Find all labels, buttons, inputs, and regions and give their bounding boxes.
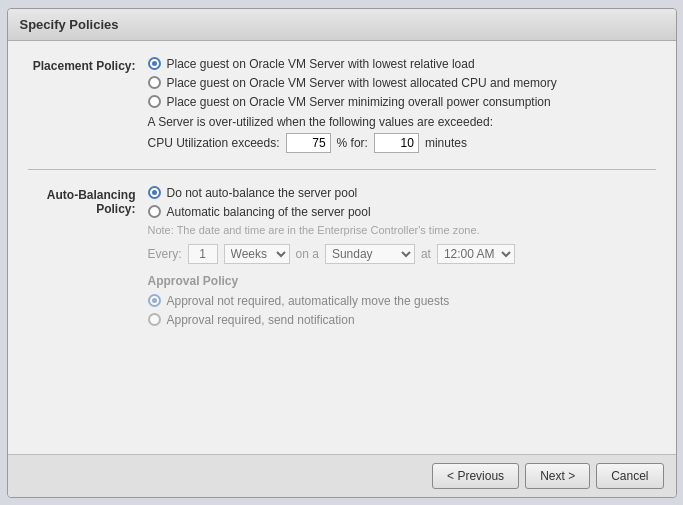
placement-option3-row: Place guest on Oracle VM Server minimizi… [148,95,656,109]
approval-option1-label: Approval not required, automatically mov… [167,294,450,308]
approval-radio2[interactable] [148,313,161,326]
day-select[interactable]: Sunday Monday Tuesday Wednesday Thursday… [325,244,415,264]
cancel-button[interactable]: Cancel [596,463,663,489]
placement-option2-label: Place guest on Oracle VM Server with low… [167,76,557,90]
specify-policies-dialog: Specify Policies Placement Policy: Place… [7,8,677,498]
auto-balance-section: Auto-Balancing Policy: Do not auto-balan… [28,186,656,332]
schedule-section: Note: The date and time are in the Enter… [148,224,656,327]
placement-radio3[interactable] [148,95,161,108]
previous-button[interactable]: < Previous [432,463,519,489]
placement-option3-label: Place guest on Oracle VM Server minimizi… [167,95,551,109]
auto-balance-option1-label: Do not auto-balance the server pool [167,186,358,200]
approval-section: Approval Policy Approval not required, a… [148,274,656,327]
overutilized-text: A Server is over-utilized when the follo… [148,115,656,129]
auto-balance-option2-row: Automatic balancing of the server pool [148,205,656,219]
next-button[interactable]: Next > [525,463,590,489]
schedule-row: Every: Weeks Days Months on a Sunday Mon… [148,244,656,264]
approval-radio1[interactable] [148,294,161,307]
placement-option1-label: Place guest on Oracle VM Server with low… [167,57,475,71]
placement-option2-row: Place guest on Oracle VM Server with low… [148,76,656,90]
auto-balance-label: Auto-Balancing Policy: [28,186,148,332]
dialog-body: Placement Policy: Place guest on Oracle … [8,41,676,454]
cpu-label: CPU Utilization exceeds: [148,136,280,150]
every-label: Every: [148,247,182,261]
minutes-value-input[interactable] [374,133,419,153]
percent-for-label: % for: [337,136,368,150]
note-text: Note: The date and time are in the Enter… [148,224,656,236]
minutes-label: minutes [425,136,467,150]
weeks-select[interactable]: Weeks Days Months [224,244,290,264]
placement-policy-section: Placement Policy: Place guest on Oracle … [28,57,656,153]
on-a-label: on a [296,247,319,261]
placement-policy-content: Place guest on Oracle VM Server with low… [148,57,656,153]
dialog-title: Specify Policies [8,9,676,41]
at-label: at [421,247,431,261]
time-select[interactable]: 12:00 AM 1:00 AM 2:00 AM [437,244,515,264]
approval-option1-row: Approval not required, automatically mov… [148,294,656,308]
dialog-footer: < Previous Next > Cancel [8,454,676,497]
cpu-row: CPU Utilization exceeds: % for: minutes [148,133,656,153]
auto-balance-content: Do not auto-balance the server pool Auto… [148,186,656,332]
approval-title: Approval Policy [148,274,656,288]
section-divider [28,169,656,170]
placement-option1-row: Place guest on Oracle VM Server with low… [148,57,656,71]
placement-radio1[interactable] [148,57,161,70]
auto-balance-radio2[interactable] [148,205,161,218]
placement-radio2[interactable] [148,76,161,89]
approval-option2-row: Approval required, send notification [148,313,656,327]
placement-policy-label: Placement Policy: [28,57,148,153]
auto-balance-option2-label: Automatic balancing of the server pool [167,205,371,219]
cpu-value-input[interactable] [286,133,331,153]
every-value-input[interactable] [188,244,218,264]
auto-balance-radio1[interactable] [148,186,161,199]
approval-option2-label: Approval required, send notification [167,313,355,327]
auto-balance-option1-row: Do not auto-balance the server pool [148,186,656,200]
